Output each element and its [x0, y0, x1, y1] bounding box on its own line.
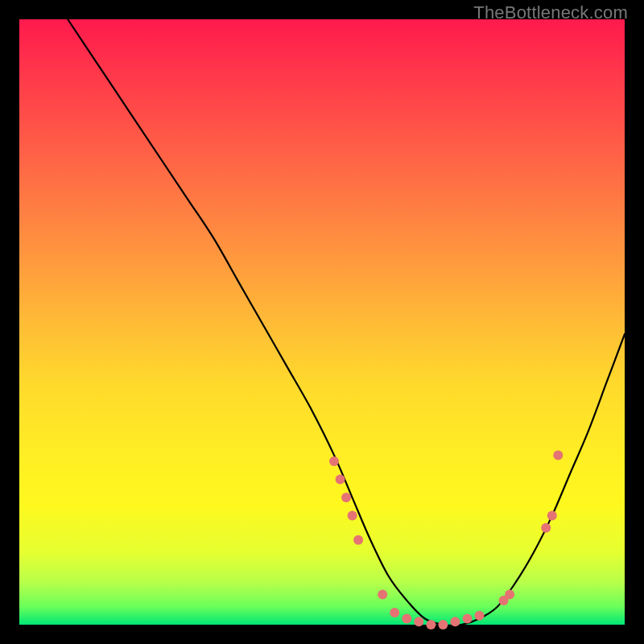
highlight-markers: [329, 450, 563, 630]
marker-point: [329, 456, 339, 466]
marker-point: [463, 614, 473, 624]
marker-point: [378, 589, 387, 599]
marker-point: [426, 620, 436, 630]
marker-point: [402, 614, 411, 624]
curve-svg: [19, 19, 625, 625]
marker-point: [553, 450, 563, 460]
marker-point: [353, 535, 363, 545]
marker-point: [336, 475, 345, 485]
chart-frame: TheBottleneck.com: [0, 0, 644, 644]
marker-point: [438, 620, 448, 630]
marker-point: [475, 611, 485, 621]
marker-point: [348, 511, 357, 521]
plot-area: [19, 19, 625, 625]
marker-point: [505, 589, 514, 599]
marker-point: [390, 608, 399, 617]
marker-point: [547, 511, 557, 521]
bottleneck-curve: [68, 19, 625, 625]
marker-point: [414, 617, 423, 626]
marker-point: [341, 493, 351, 502]
marker-point: [541, 523, 551, 533]
marker-point: [450, 617, 460, 626]
